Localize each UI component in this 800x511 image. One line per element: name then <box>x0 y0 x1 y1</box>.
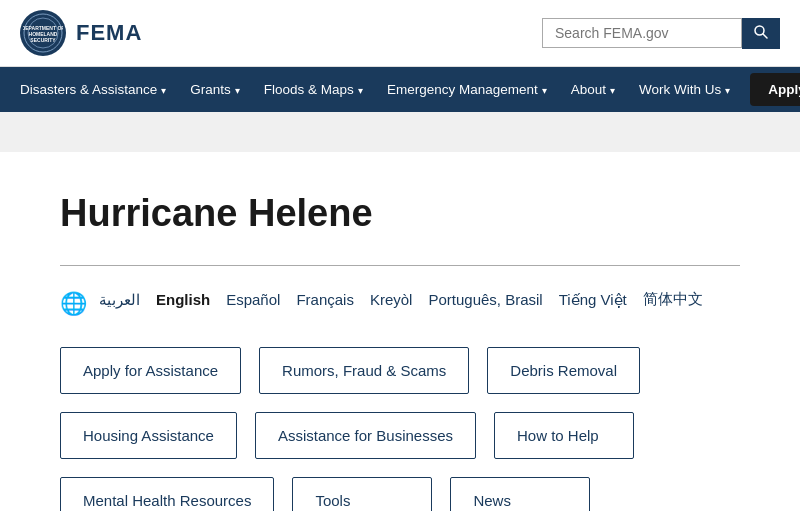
chevron-down-icon: ▾ <box>725 85 730 96</box>
lang-chinese[interactable]: 简体中文 <box>643 290 703 309</box>
page-title: Hurricane Helene <box>60 192 740 235</box>
chevron-down-icon: ▾ <box>358 85 363 96</box>
fema-wordmark: FEMA <box>76 20 142 46</box>
lang-spanish[interactable]: Español <box>226 291 280 308</box>
nav-item-grants[interactable]: Grants ▾ <box>178 68 252 111</box>
logo-area: DEPARTMENT OF HOMELAND SECURITY FEMA <box>20 10 142 56</box>
card-housing-assistance[interactable]: Housing Assistance <box>60 412 237 459</box>
nav-item-work[interactable]: Work With Us ▾ <box>627 68 742 111</box>
chevron-down-icon: ▾ <box>235 85 240 96</box>
nav-item-floods[interactable]: Floods & Maps ▾ <box>252 68 375 111</box>
card-apply-assistance[interactable]: Apply for Assistance <box>60 347 241 394</box>
svg-text:SECURITY: SECURITY <box>30 37 56 43</box>
fema-seal: DEPARTMENT OF HOMELAND SECURITY <box>20 10 66 56</box>
site-header: DEPARTMENT OF HOMELAND SECURITY FEMA <box>0 0 800 67</box>
card-how-to-help[interactable]: How to Help <box>494 412 634 459</box>
lang-english[interactable]: English <box>156 291 210 308</box>
chevron-down-icon: ▾ <box>610 85 615 96</box>
language-links: العربية English Español Français Kreyòl … <box>99 290 703 309</box>
lang-vietnamese[interactable]: Tiếng Việt <box>559 291 627 309</box>
main-content: Hurricane Helene 🌐 العربية English Españ… <box>0 112 800 511</box>
chevron-down-icon: ▾ <box>161 85 166 96</box>
card-debris-removal[interactable]: Debris Removal <box>487 347 640 394</box>
nav-item-about[interactable]: About ▾ <box>559 68 627 111</box>
lang-arabic[interactable]: العربية <box>99 291 140 309</box>
cards-row-3: Mental Health Resources Tools News <box>60 477 740 511</box>
card-rumors-fraud[interactable]: Rumors, Fraud & Scams <box>259 347 469 394</box>
search-button[interactable] <box>742 18 780 49</box>
globe-icon: 🌐 <box>60 291 87 317</box>
nav-item-emergency[interactable]: Emergency Management ▾ <box>375 68 559 111</box>
card-assistance-businesses[interactable]: Assistance for Businesses <box>255 412 476 459</box>
search-bar <box>542 18 780 49</box>
cards-row-2: Housing Assistance Assistance for Busine… <box>60 412 740 459</box>
apply-button[interactable]: Apply for Assistance <box>750 73 800 106</box>
cards-row-1: Apply for Assistance Rumors, Fraud & Sca… <box>60 347 740 394</box>
lang-portuguese[interactable]: Português, Brasil <box>428 291 542 308</box>
main-nav: Disasters & Assistance ▾ Grants ▾ Floods… <box>0 67 800 112</box>
chevron-down-icon: ▾ <box>542 85 547 96</box>
language-selector: 🌐 العربية English Español Français Kreyò… <box>60 290 740 317</box>
content-area: Hurricane Helene 🌐 العربية English Españ… <box>0 152 800 511</box>
card-mental-health[interactable]: Mental Health Resources <box>60 477 274 511</box>
cards-grid: Apply for Assistance Rumors, Fraud & Sca… <box>60 347 740 511</box>
search-icon <box>754 25 768 39</box>
divider <box>60 265 740 266</box>
card-tools[interactable]: Tools <box>292 477 432 511</box>
nav-item-disasters[interactable]: Disasters & Assistance ▾ <box>8 68 178 111</box>
lang-french[interactable]: Français <box>296 291 354 308</box>
svg-line-6 <box>763 34 767 38</box>
lang-creole[interactable]: Kreyòl <box>370 291 413 308</box>
card-news[interactable]: News <box>450 477 590 511</box>
search-input[interactable] <box>542 18 742 48</box>
